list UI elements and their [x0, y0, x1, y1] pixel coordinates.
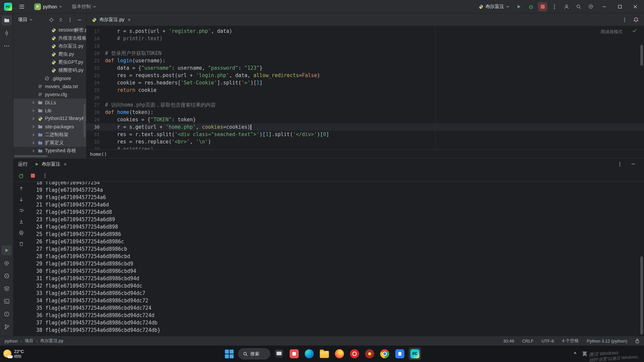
tree-item[interactable]: pyvenv.cfg: [13, 90, 86, 99]
chevron-right-icon[interactable]: [31, 125, 36, 128]
services-toolwindow-icon[interactable]: [2, 284, 12, 294]
stop-button[interactable]: [538, 2, 547, 11]
tree-hscrollbar[interactable]: [14, 155, 48, 157]
hide-run-panel-icon[interactable]: [629, 160, 637, 168]
close-run-tab-icon[interactable]: ×: [63, 161, 67, 167]
chevron-right-icon[interactable]: [31, 109, 36, 112]
tree-item[interactable]: Lib: [13, 107, 86, 115]
print-icon[interactable]: [17, 229, 25, 237]
code-line[interactable]: 27# 访问home.php页面，获取包含搜索结果的内容: [87, 101, 644, 109]
run-button[interactable]: [514, 2, 524, 12]
inspections-ok-icon[interactable]: [632, 28, 637, 33]
code-line[interactable]: 17 r = s.post(url + 'register.php', data…: [87, 27, 644, 35]
maximize-button[interactable]: [613, 2, 627, 12]
clear-all-trash-icon[interactable]: [17, 240, 25, 248]
run-tab[interactable]: 布尔盲注 ×: [35, 161, 67, 167]
code-line[interactable]: 18 # print(r.text): [87, 35, 644, 42]
git-toolwindow-icon[interactable]: [2, 322, 12, 332]
more-toolwindows-icon[interactable]: [2, 41, 12, 51]
code-line[interactable]: 19: [87, 42, 644, 50]
stop-process-icon[interactable]: [29, 172, 37, 180]
run-config-widget[interactable]: 布尔盲注: [476, 2, 512, 11]
statusbar-item[interactable]: CRLF: [522, 339, 534, 344]
tree-item[interactable]: session解密.p: [13, 26, 86, 34]
settings-gear-icon[interactable]: [586, 2, 596, 12]
main-menu-icon[interactable]: [17, 2, 27, 12]
chevron-right-icon[interactable]: [31, 149, 36, 153]
project-toolwindow-icon[interactable]: [2, 15, 12, 25]
tree-scrollbar[interactable]: [84, 104, 86, 137]
tab-options-icon[interactable]: [621, 16, 629, 24]
close-button[interactable]: [629, 2, 642, 12]
tree-item[interactable]: .gitignore: [13, 74, 86, 82]
scroll-to-end-icon[interactable]: [17, 218, 25, 226]
problems-toolwindow-icon[interactable]: [2, 309, 12, 319]
code-line[interactable]: 25 return cookie: [87, 86, 644, 94]
code-line[interactable]: 29 cookies = {"TOKEN": token}: [87, 116, 644, 123]
locate-file-icon[interactable]: [47, 16, 55, 24]
code-line[interactable]: 23 res = requests.post(url + 'login.php'…: [87, 72, 644, 79]
chevron-right-icon[interactable]: [31, 117, 36, 120]
arrow-up-icon[interactable]: [17, 184, 25, 192]
statusbar-item[interactable]: UTF-8: [542, 339, 554, 344]
minimize-button[interactable]: [598, 2, 611, 12]
editor-breadcrumb[interactable]: home(): [87, 149, 644, 158]
tree-item[interactable]: movies_data.txt: [13, 82, 86, 90]
chrome-app[interactable]: [379, 348, 391, 360]
rerun-icon[interactable]: [17, 172, 25, 180]
code-line[interactable]: 26: [87, 94, 644, 101]
start-button[interactable]: [223, 348, 235, 360]
taskbar-search[interactable]: 搜索: [238, 348, 270, 359]
panel-options-icon[interactable]: [66, 16, 74, 24]
breadcrumb-item[interactable]: 布尔盲注.py: [40, 338, 63, 344]
edge-app[interactable]: [303, 348, 316, 360]
tree-item[interactable]: Python312 library根: [13, 115, 86, 123]
tree-item[interactable]: 爬虫.py: [13, 50, 86, 58]
terminal-toolwindow-icon[interactable]: [2, 296, 12, 306]
commit-toolwindow-icon[interactable]: [2, 28, 12, 38]
red-app-1-app[interactable]: [288, 348, 301, 360]
run-panel-options-icon[interactable]: [616, 160, 624, 168]
ime-indicator[interactable]: 英: [582, 351, 587, 357]
statusbar-item[interactable]: 4 个空格: [562, 338, 579, 344]
pycharm-app[interactable]: [409, 348, 421, 360]
tree-item[interactable]: Typeshed 存根: [13, 147, 86, 155]
code-line[interactable]: 24 cookie = res.headers['Set-Cookie'].sp…: [87, 79, 644, 86]
tree-item[interactable]: 二进制框架: [13, 131, 86, 139]
code-line[interactable]: 33 # print(res): [87, 145, 644, 149]
code-line[interactable]: 21def login(username):: [87, 57, 644, 64]
run-toolwindow-icon[interactable]: [2, 245, 12, 255]
project-panel-title[interactable]: 项目: [18, 17, 28, 23]
console-scrollbar[interactable]: [640, 256, 643, 335]
tree-item[interactable]: 爬虫GPT.py: [13, 58, 86, 66]
statusbar-item[interactable]: 30:49: [503, 339, 514, 344]
chevron-right-icon[interactable]: [31, 101, 36, 104]
project-widget[interactable]: P python: [32, 2, 65, 11]
python-packages-toolwindow-icon[interactable]: [2, 271, 12, 281]
tray-chevron-icon[interactable]: ^: [574, 351, 576, 357]
debug-button[interactable]: [526, 2, 536, 12]
code-line[interactable]: 31 res = r.text.split('<div class="seach…: [87, 131, 644, 138]
editor-tab[interactable]: 布尔盲注.py ×: [87, 13, 135, 26]
tree-item[interactable]: 猪圈密码.py: [13, 66, 86, 74]
arrow-down-icon[interactable]: [17, 195, 25, 203]
tree-item[interactable]: 扩展定义: [13, 139, 86, 147]
console-output[interactable]: 18 flag{e67109457725419 flag{e6710945772…: [29, 182, 644, 336]
user-icon[interactable]: [561, 2, 572, 12]
notifications-bell-icon[interactable]: [632, 16, 640, 24]
tree-item[interactable]: DLLs: [13, 99, 86, 107]
blue-app-app[interactable]: [394, 348, 406, 360]
tree-item[interactable]: site-packages: [13, 123, 86, 131]
editor-scrollbar[interactable]: [640, 45, 643, 66]
code-line[interactable]: 30 r = s.get(url + 'home.php', cookies=c…: [87, 123, 644, 131]
task-view-app[interactable]: [273, 348, 285, 360]
more-actions-icon[interactable]: [549, 2, 559, 12]
chevron-right-icon[interactable]: [31, 133, 36, 136]
code-line[interactable]: 32 res = res.replace('<br>', '\n'): [87, 138, 644, 145]
hide-panel-icon[interactable]: [75, 16, 84, 24]
breadcrumb-item[interactable]: python: [5, 339, 18, 344]
close-tab-icon[interactable]: ×: [127, 17, 131, 22]
statusbar-breadcrumbs[interactable]: python›项目›布尔盲注.py: [5, 338, 63, 344]
reader-mode-label[interactable]: 阅读器模式: [601, 29, 623, 35]
weather-widget[interactable]: 22°C 晴朗: [3, 349, 24, 359]
